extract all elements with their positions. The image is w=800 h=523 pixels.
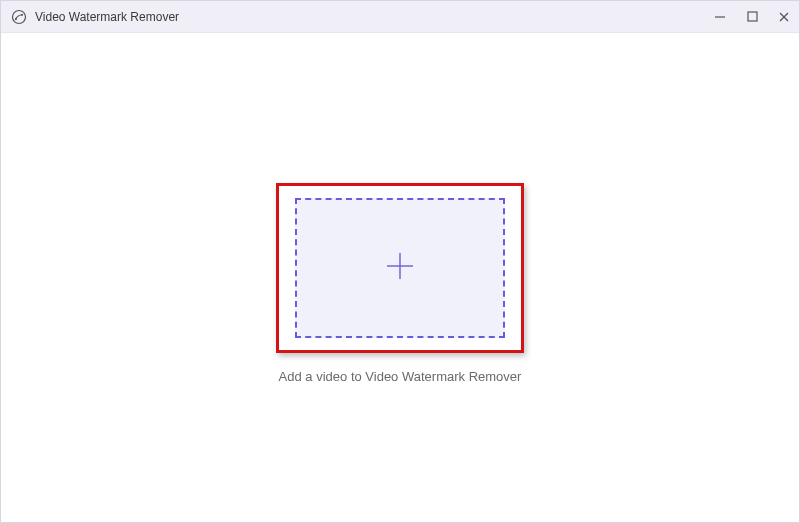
close-button[interactable] — [777, 10, 791, 24]
maximize-icon — [747, 11, 758, 22]
minimize-button[interactable] — [713, 10, 727, 24]
minimize-icon — [714, 11, 726, 23]
svg-rect-4 — [748, 12, 757, 21]
svg-point-2 — [21, 14, 23, 16]
svg-point-1 — [15, 18, 17, 20]
app-window: Video Watermark Remover — [0, 0, 800, 523]
close-icon — [778, 11, 790, 23]
maximize-button[interactable] — [745, 10, 759, 24]
drop-area-container: Add a video to Video Watermark Remover — [276, 183, 524, 384]
drop-caption: Add a video to Video Watermark Remover — [279, 369, 522, 384]
tutorial-highlight-frame — [276, 183, 524, 353]
svg-point-0 — [13, 10, 26, 23]
add-video-dropzone[interactable] — [295, 198, 505, 338]
titlebar: Video Watermark Remover — [1, 1, 799, 33]
window-controls — [713, 10, 791, 24]
app-icon — [11, 9, 27, 25]
app-title: Video Watermark Remover — [35, 10, 713, 24]
plus-icon — [383, 249, 417, 287]
main-content: Add a video to Video Watermark Remover — [1, 33, 799, 522]
